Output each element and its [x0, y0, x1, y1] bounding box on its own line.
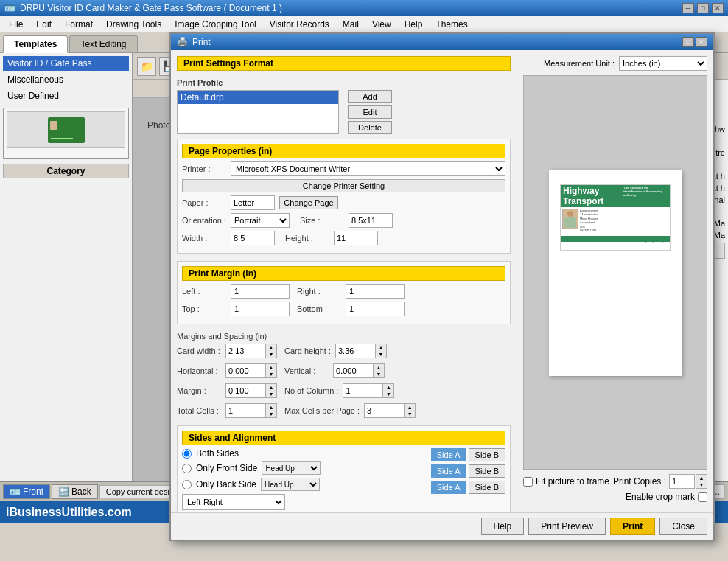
- menu-bar: File Edit Format Drawing Tools Image Cro…: [0, 16, 728, 32]
- vert-down[interactable]: ▼: [374, 371, 384, 377]
- profile-list[interactable]: Default.drp: [177, 90, 339, 134]
- paper-input[interactable]: [231, 195, 275, 210]
- cells-up[interactable]: ▲: [266, 404, 276, 411]
- menu-visitor-records[interactable]: Visitor Records: [264, 18, 335, 31]
- max-cells-spinner[interactable]: ▲▼: [364, 403, 416, 418]
- print-button[interactable]: Print: [610, 518, 655, 535]
- sidebar-item-visitor-id[interactable]: Visitor ID / Gate Pass: [3, 56, 129, 71]
- side-a-button-1[interactable]: Side A: [431, 448, 466, 461]
- col-down[interactable]: ▼: [383, 391, 393, 397]
- card-height-up[interactable]: ▲: [376, 344, 386, 351]
- horiz-down[interactable]: ▼: [266, 371, 276, 377]
- horiz-up[interactable]: ▲: [266, 364, 276, 371]
- side-b-button-2[interactable]: Side B: [469, 464, 505, 478]
- menu-image-cropping[interactable]: Image Cropping Tool: [169, 18, 262, 31]
- help-button[interactable]: Help: [481, 518, 525, 535]
- margin-up[interactable]: ▲: [266, 384, 276, 391]
- delete-profile-button[interactable]: Delete: [348, 121, 392, 134]
- edit-profile-button[interactable]: Edit: [348, 105, 392, 119]
- sides-alignment-header: Sides and Alignment: [182, 431, 505, 445]
- maxcells-up[interactable]: ▲: [405, 404, 415, 411]
- side-a-button-3[interactable]: Side A: [431, 481, 466, 494]
- copies-input[interactable]: [669, 474, 695, 489]
- card-height-input[interactable]: [335, 344, 376, 358]
- column-input[interactable]: [343, 383, 383, 398]
- menu-edit[interactable]: Edit: [30, 18, 57, 31]
- add-profile-button[interactable]: Add: [348, 90, 392, 103]
- front-head-select[interactable]: Head Up: [262, 461, 321, 475]
- minimize-button[interactable]: ─: [682, 3, 694, 13]
- toolbar-new[interactable]: 📁: [137, 57, 156, 76]
- horizontal-input[interactable]: [225, 363, 266, 378]
- vertical-spinner[interactable]: ▲▼: [333, 363, 385, 378]
- both-sides-radio[interactable]: [182, 449, 192, 459]
- tab-text-editing[interactable]: Text Editing: [69, 35, 137, 52]
- column-spinner[interactable]: ▲▼: [343, 383, 394, 398]
- app-icon: 🪪: [4, 3, 15, 13]
- copies-spinner[interactable]: ▲ ▼: [669, 474, 707, 489]
- front-side-radio[interactable]: [182, 464, 192, 473]
- print-preview-button[interactable]: Print Preview: [528, 518, 606, 535]
- menu-format[interactable]: Format: [59, 18, 99, 31]
- card-height-spinner[interactable]: ▲▼: [335, 344, 387, 358]
- close-dialog-button[interactable]: Close: [659, 518, 707, 535]
- side-b-button-3[interactable]: Side B: [469, 481, 505, 494]
- fit-picture-checkbox[interactable]: [523, 477, 533, 487]
- card-width-up[interactable]: ▲: [266, 344, 276, 351]
- page-properties-section: Page Properties (in) Printer : Microsoft…: [177, 139, 511, 254]
- measurement-select[interactable]: Inches (in) Centimeters (cm) Millimeters…: [619, 56, 707, 71]
- side-a-button-2[interactable]: Side A: [431, 464, 466, 478]
- menu-mail[interactable]: Mail: [337, 18, 365, 31]
- menu-view[interactable]: View: [366, 18, 397, 31]
- margin-input[interactable]: [225, 383, 266, 398]
- change-printer-button[interactable]: Change Printer Setting: [182, 179, 505, 192]
- tab-templates[interactable]: Templates: [3, 35, 68, 53]
- orientation-select[interactable]: Portrait Landscape: [231, 213, 290, 228]
- printer-select[interactable]: Microsoft XPS Document Writer: [231, 161, 505, 176]
- maxcells-down[interactable]: ▼: [405, 411, 415, 417]
- back-side-radio[interactable]: [182, 480, 192, 489]
- card-height-down[interactable]: ▼: [376, 351, 386, 358]
- top-margin-input[interactable]: [231, 302, 290, 316]
- dialog-close-button[interactable]: ✕: [696, 37, 707, 47]
- change-page-button[interactable]: Change Page: [279, 196, 338, 209]
- margin-spinner[interactable]: ▲▼: [225, 383, 277, 398]
- cells-down[interactable]: ▼: [266, 411, 276, 417]
- maximize-button[interactable]: □: [697, 3, 709, 13]
- alignment-select[interactable]: Left-Right: [182, 494, 285, 510]
- card-width-spinner[interactable]: ▲▼: [225, 344, 277, 358]
- menu-file[interactable]: File: [3, 18, 29, 31]
- vertical-input[interactable]: [333, 363, 374, 378]
- left-margin-input[interactable]: [231, 284, 290, 299]
- front-button[interactable]: 🪪 Front: [3, 484, 50, 499]
- right-margin-input[interactable]: [346, 284, 405, 299]
- vert-up[interactable]: ▲: [374, 364, 384, 371]
- sidebar-item-user-defined[interactable]: User Defined: [3, 88, 129, 103]
- menu-help[interactable]: Help: [399, 18, 429, 31]
- sidebar-item-miscellaneous[interactable]: Miscellaneous: [3, 72, 129, 87]
- close-button[interactable]: ✕: [712, 3, 724, 13]
- total-cells-input[interactable]: [225, 403, 266, 418]
- copies-down-button[interactable]: ▼: [696, 481, 707, 488]
- margin-down[interactable]: ▼: [266, 391, 276, 397]
- dialog-maximize-button[interactable]: □: [682, 37, 694, 47]
- copies-up-button[interactable]: ▲: [696, 475, 707, 481]
- size-input[interactable]: [349, 213, 393, 228]
- horizontal-spinner[interactable]: ▲▼: [225, 363, 277, 378]
- col-up[interactable]: ▲: [383, 384, 393, 391]
- total-cells-spinner[interactable]: ▲▼: [225, 403, 277, 418]
- back-head-select[interactable]: Head Up: [261, 478, 320, 491]
- side-b-button-1[interactable]: Side B: [469, 448, 505, 461]
- card-width-down[interactable]: ▼: [266, 351, 276, 358]
- bottom-margin-input[interactable]: [346, 302, 405, 316]
- crop-mark-checkbox[interactable]: [698, 492, 707, 502]
- card-width-input[interactable]: [225, 344, 266, 358]
- max-cells-input[interactable]: [364, 403, 405, 418]
- back-button[interactable]: 🔙 Back: [52, 484, 98, 499]
- menu-themes[interactable]: Themes: [430, 18, 473, 31]
- profile-list-item[interactable]: Default.drp: [178, 91, 338, 104]
- page-properties-header: Page Properties (in): [182, 144, 505, 158]
- height-input[interactable]: [334, 231, 378, 245]
- width-input[interactable]: [231, 231, 275, 245]
- menu-drawing-tools[interactable]: Drawing Tools: [100, 18, 167, 31]
